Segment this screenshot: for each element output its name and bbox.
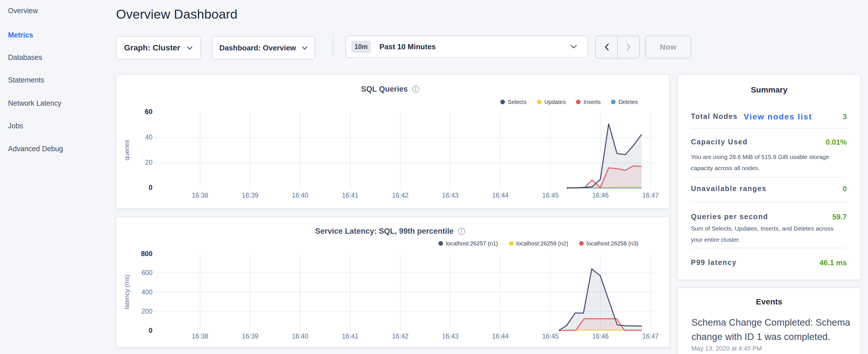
svg-text:16:39: 16:39	[242, 332, 258, 340]
svg-text:20: 20	[145, 159, 152, 166]
svg-text:16:41: 16:41	[342, 192, 359, 199]
svg-text:16:38: 16:38	[192, 192, 208, 199]
svg-text:queries: queries	[123, 140, 130, 160]
svg-text:16:42: 16:42	[392, 332, 409, 340]
svg-text:latency (ms): latency (ms)	[123, 275, 130, 309]
svg-text:600: 600	[142, 269, 152, 277]
svg-text:16:43: 16:43	[442, 332, 459, 340]
svg-text:0: 0	[149, 184, 152, 191]
svg-text:16:40: 16:40	[292, 332, 309, 340]
svg-text:16:47: 16:47	[642, 192, 659, 199]
svg-text:200: 200	[142, 308, 152, 315]
svg-text:16:47: 16:47	[642, 332, 659, 340]
svg-text:800: 800	[141, 250, 152, 257]
svg-text:16:41: 16:41	[342, 332, 359, 340]
svg-text:16:46: 16:46	[592, 332, 609, 340]
svg-text:0: 0	[149, 326, 152, 334]
svg-text:16:42: 16:42	[392, 192, 409, 199]
svg-text:16:38: 16:38	[192, 332, 208, 340]
svg-text:40: 40	[145, 133, 152, 141]
svg-text:16:44: 16:44	[492, 332, 509, 340]
svg-text:16:39: 16:39	[242, 192, 258, 199]
svg-text:16:45: 16:45	[542, 192, 559, 199]
svg-text:16:43: 16:43	[442, 192, 459, 199]
svg-text:16:45: 16:45	[542, 332, 559, 340]
svg-text:16:44: 16:44	[492, 192, 509, 199]
svg-text:16:40: 16:40	[292, 192, 309, 199]
svg-text:60: 60	[145, 108, 152, 116]
svg-text:16:46: 16:46	[592, 192, 609, 199]
svg-text:400: 400	[142, 288, 152, 296]
